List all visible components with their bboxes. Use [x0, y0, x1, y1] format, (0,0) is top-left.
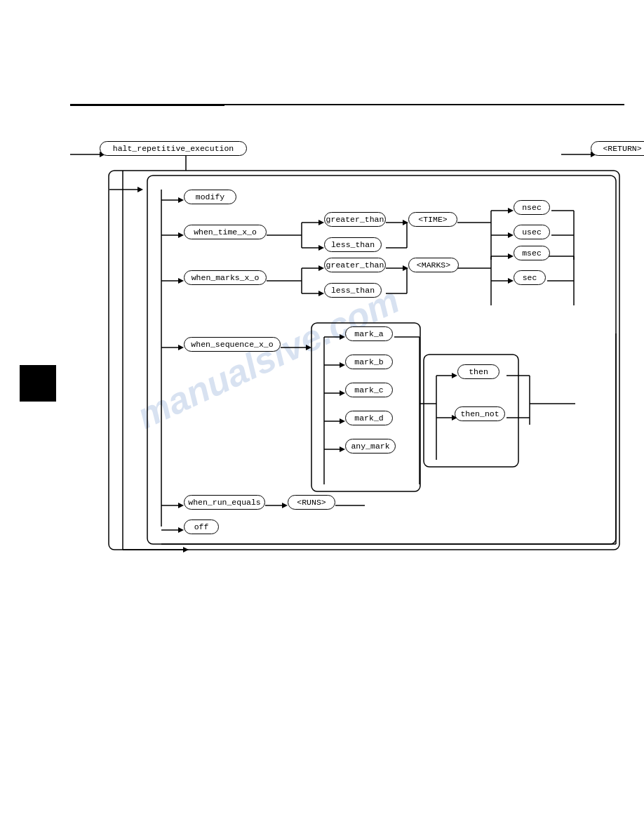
svg-marker-92 — [178, 527, 184, 533]
when-marks-x-o-node: when_marks_x_o — [184, 270, 267, 285]
any-mark-node: any_mark — [345, 439, 396, 454]
usec-node: usec — [514, 225, 550, 239]
sec-node: sec — [514, 270, 546, 285]
diagram-area: halt_repetitive_execution <RETURN> modif… — [70, 123, 624, 511]
svg-marker-72 — [340, 446, 345, 452]
svg-marker-37 — [178, 278, 184, 284]
greater-than-marks-node: greater_than — [324, 258, 386, 272]
mark-a-node: mark_a — [345, 326, 393, 341]
then-node: then — [457, 364, 499, 379]
svg-marker-60 — [306, 345, 311, 350]
marks-node: <MARKS> — [408, 258, 459, 272]
svg-marker-66 — [340, 362, 345, 368]
svg-marker-28 — [508, 208, 514, 213]
time-node: <TIME> — [408, 212, 457, 227]
svg-marker-49 — [508, 253, 514, 259]
less-than-time-node: less_than — [324, 237, 382, 252]
when-time-x-o-node: when_time_x_o — [184, 225, 267, 239]
svg-marker-20 — [318, 220, 324, 225]
svg-marker-8 — [183, 547, 189, 552]
svg-marker-87 — [178, 503, 184, 508]
when-sequence-x-o-node: when_sequence_x_o — [184, 337, 281, 352]
mark-c-node: mark_c — [345, 383, 393, 397]
nsec-node: nsec — [514, 200, 550, 215]
off-node: off — [184, 519, 219, 534]
top-line-short — [70, 104, 224, 106]
less-than-marks-node: less_than — [324, 283, 382, 298]
then-not-node: then_not — [455, 406, 505, 421]
svg-marker-51 — [508, 278, 514, 284]
connector-lines — [70, 123, 624, 511]
svg-marker-68 — [340, 390, 345, 396]
runs-node: <RUNS> — [288, 495, 335, 510]
svg-marker-30 — [508, 232, 514, 238]
svg-marker-14 — [178, 197, 184, 203]
top-line-right — [224, 104, 624, 105]
return-node: <RETURN> — [591, 141, 644, 156]
greater-than-time-node: greater_than — [324, 212, 386, 227]
svg-marker-58 — [178, 345, 184, 350]
svg-marker-64 — [340, 334, 345, 340]
mark-b-node: mark_b — [345, 355, 393, 369]
svg-marker-45 — [403, 265, 408, 271]
svg-marker-41 — [318, 265, 324, 271]
halt-repetitive-execution-node: halt_repetitive_execution — [100, 141, 247, 156]
svg-rect-61 — [311, 323, 420, 491]
svg-marker-24 — [403, 220, 408, 225]
svg-marker-70 — [340, 418, 345, 424]
svg-marker-16 — [178, 232, 184, 238]
svg-marker-10 — [137, 187, 143, 192]
black-square — [20, 365, 56, 402]
svg-marker-43 — [318, 291, 324, 296]
mark-d-node: mark_d — [345, 411, 393, 425]
msec-node: msec — [514, 246, 550, 260]
svg-marker-22 — [318, 245, 324, 251]
modify-node: modify — [184, 190, 236, 204]
svg-marker-89 — [282, 503, 288, 508]
svg-marker-78 — [452, 373, 457, 378]
when-run-equals-node: when_run_equals — [184, 495, 265, 510]
